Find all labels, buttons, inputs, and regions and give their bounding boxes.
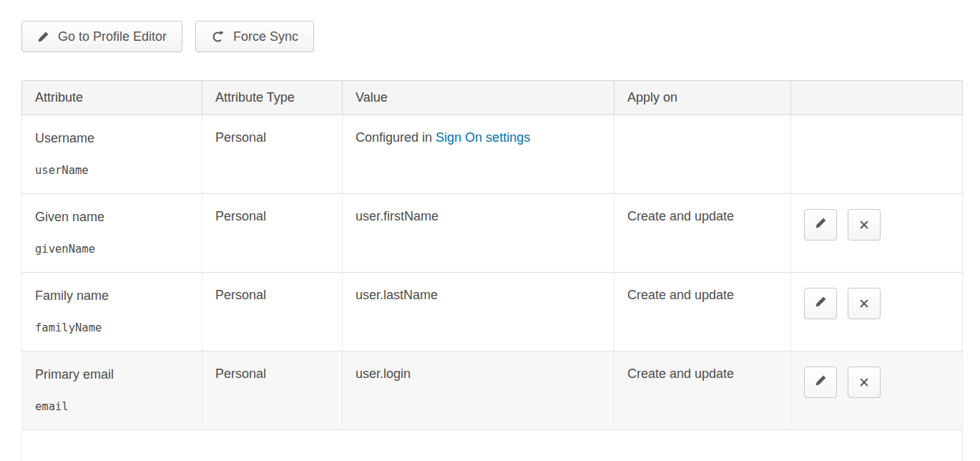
force-sync-button[interactable]: Force Sync <box>195 21 314 52</box>
table-row-family-name: Family name familyName Personal user.las… <box>22 273 963 351</box>
actions-cell: ✕ <box>791 351 963 430</box>
table-row-primary-email: Primary email email Personal user.login … <box>22 351 963 430</box>
attribute-display-name: Family name <box>35 288 189 304</box>
value-text: Configured in <box>356 130 436 145</box>
header-value: Value <box>343 81 614 115</box>
apply-on-cell: Create and update <box>614 194 791 273</box>
empty-cell <box>22 430 963 461</box>
attribute-type-cell: Personal <box>202 194 343 273</box>
x-icon: ✕ <box>858 297 870 311</box>
attribute-variable-name: familyName <box>35 321 189 335</box>
refresh-icon <box>211 30 225 44</box>
attribute-type-cell: Personal <box>202 351 343 430</box>
force-sync-label: Force Sync <box>233 29 298 44</box>
edit-attribute-button[interactable] <box>804 288 837 319</box>
sign-on-settings-link[interactable]: Sign On settings <box>436 130 530 145</box>
go-to-profile-editor-button[interactable]: Go to Profile Editor <box>21 21 182 52</box>
value-cell: user.lastName <box>343 273 614 351</box>
attribute-variable-name: email <box>35 399 189 414</box>
apply-on-cell <box>614 115 791 194</box>
actions-cell <box>791 115 963 194</box>
attribute-variable-name: userName <box>35 163 189 178</box>
value-cell: Configured in Sign On settings <box>343 115 614 194</box>
attribute-cell: Username userName <box>22 115 202 194</box>
attribute-variable-name: givenName <box>35 242 189 256</box>
attribute-cell: Given name givenName <box>22 194 202 273</box>
pencil-icon <box>815 296 827 311</box>
edit-attribute-button[interactable] <box>804 209 837 241</box>
attribute-display-name: Primary email <box>35 367 189 382</box>
table-header-row: Attribute Attribute Type Value Apply on <box>22 81 963 115</box>
table-row-username: Username userName Personal Configured in… <box>22 115 963 194</box>
pencil-icon <box>815 374 827 390</box>
table-row-empty <box>22 430 963 461</box>
x-icon: ✕ <box>858 218 870 232</box>
header-apply-on: Apply on <box>614 81 791 115</box>
header-attribute-type: Attribute Type <box>202 81 343 115</box>
delete-attribute-button[interactable]: ✕ <box>848 209 881 241</box>
pencil-icon <box>815 217 827 233</box>
attribute-type-cell: Personal <box>202 273 343 351</box>
value-cell: user.login <box>343 351 614 430</box>
delete-attribute-button[interactable]: ✕ <box>848 367 881 398</box>
actions-cell: ✕ <box>791 194 963 273</box>
value-cell: user.firstName <box>343 194 614 273</box>
attribute-type-cell: Personal <box>202 115 343 194</box>
attribute-mappings-page: Go to Profile Editor Force Sync Attribut… <box>0 0 980 461</box>
attribute-cell: Primary email email <box>22 351 202 430</box>
attribute-mapping-table: Attribute Attribute Type Value Apply on … <box>21 80 963 461</box>
table-row-given-name: Given name givenName Personal user.first… <box>22 194 963 273</box>
delete-attribute-button[interactable]: ✕ <box>848 288 881 319</box>
apply-on-cell: Create and update <box>614 273 791 351</box>
apply-on-cell: Create and update <box>614 351 791 430</box>
header-actions <box>791 81 963 115</box>
x-icon: ✕ <box>858 376 870 389</box>
go-to-profile-editor-label: Go to Profile Editor <box>58 29 167 44</box>
header-attribute: Attribute <box>22 81 202 115</box>
attribute-display-name: Username <box>35 130 189 146</box>
toolbar: Go to Profile Editor Force Sync <box>0 0 980 52</box>
actions-cell: ✕ <box>791 273 963 351</box>
pencil-icon <box>37 31 49 43</box>
edit-attribute-button[interactable] <box>804 367 837 398</box>
attribute-display-name: Given name <box>35 209 189 225</box>
attribute-cell: Family name familyName <box>22 273 202 351</box>
